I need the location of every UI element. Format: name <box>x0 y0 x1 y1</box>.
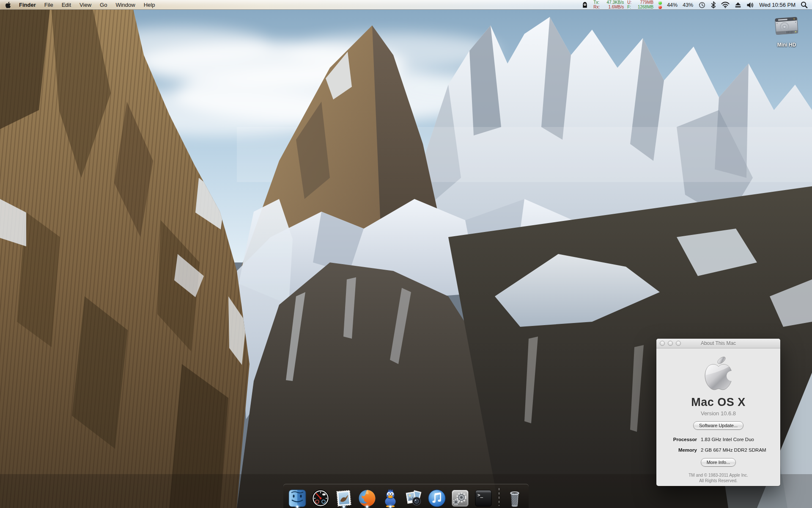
spotlight-icon[interactable] <box>801 1 808 8</box>
system-specs: Processor 1.83 GHz Intel Core Duo Memory… <box>656 437 780 453</box>
eject-icon[interactable] <box>735 1 741 8</box>
green-led-icon <box>658 1 662 5</box>
menu-finder[interactable]: Finder <box>15 2 40 8</box>
more-info-button[interactable]: More Info... <box>701 458 736 467</box>
cpu-percent-right[interactable]: 43% <box>683 2 693 8</box>
menu-help[interactable]: Help <box>140 0 159 10</box>
close-button[interactable] <box>660 341 665 346</box>
red-led-icon <box>658 6 662 9</box>
dock-system-preferences-icon[interactable] <box>450 486 470 508</box>
dock-firefox-icon[interactable] <box>357 486 377 508</box>
dock-dashboard-icon[interactable] <box>311 486 330 508</box>
running-indicator <box>343 505 345 508</box>
rx-value: 1.6MB/s <box>602 5 624 10</box>
status-led-indicators <box>658 1 662 9</box>
about-this-mac-window[interactable]: About This Mac Mac OS X Version 10.6.8 S… <box>656 339 780 486</box>
menu-bar: Finder File Edit View Go Window Help Tx: <box>0 0 812 10</box>
memory-row: Memory 2 GB 667 MHz DDR2 SDRAM <box>656 447 780 453</box>
tx-label: Tx: <box>593 0 602 5</box>
menu-go[interactable]: Go <box>96 0 111 10</box>
dock-trash-icon[interactable] <box>505 486 524 508</box>
bluetooth-icon[interactable] <box>711 1 716 8</box>
dock-terminal-icon[interactable]: >_ <box>474 486 493 508</box>
about-window-content: Mac OS X Version 10.6.8 Software Update.… <box>656 348 780 486</box>
copyright-text: TM and © 1983-2011 Apple Inc. All Rights… <box>689 472 748 483</box>
wifi-icon[interactable] <box>721 1 730 8</box>
mem-used-label: U: <box>627 0 634 5</box>
dock-finder-icon[interactable] <box>288 486 307 508</box>
tx-value: 47.3KB/s <box>602 0 624 5</box>
reaper-menu-icon[interactable] <box>582 1 588 8</box>
window-title-bar[interactable]: About This Mac <box>656 339 780 348</box>
running-indicator <box>366 505 368 508</box>
menu-bar-clock[interactable]: Wed 10:56 PM <box>759 2 796 8</box>
terminal-prompt-glyph: >_ <box>477 492 483 498</box>
os-version: Version 10.6.8 <box>701 410 736 417</box>
menu-bar-status: Tx: 47.3KB/s U: 779MB Rx: 1.6MB/s F: 126… <box>582 0 812 9</box>
apple-menu-icon[interactable] <box>5 2 11 8</box>
time-machine-icon[interactable] <box>698 1 706 8</box>
menu-window[interactable]: Window <box>111 0 139 10</box>
dock-mail-icon[interactable] <box>334 486 354 508</box>
dock-adium-icon[interactable] <box>381 486 400 508</box>
running-indicator <box>389 505 392 508</box>
cpu-percent-left[interactable]: 44% <box>667 2 678 8</box>
traffic-lights <box>660 341 681 346</box>
os-name: Mac OS X <box>691 396 746 409</box>
memory-label: Memory <box>656 447 697 453</box>
mem-free-value: 1268MB <box>634 5 653 10</box>
network-memory-meter[interactable]: Tx: 47.3KB/s U: 779MB Rx: 1.6MB/s F: 126… <box>593 0 653 9</box>
desktop-disk-icon[interactable]: Mini HD <box>766 14 807 48</box>
rx-label: Rx: <box>593 5 602 10</box>
menu-edit[interactable]: Edit <box>58 0 75 10</box>
apple-logo <box>701 354 736 393</box>
mem-used-value: 779MB <box>634 0 653 5</box>
processor-value: 1.83 GHz Intel Core Duo <box>701 437 754 442</box>
menu-view[interactable]: View <box>75 0 96 10</box>
software-update-button[interactable]: Software Update... <box>693 421 743 430</box>
mem-free-label: F: <box>627 5 634 10</box>
minimize-button[interactable] <box>668 341 673 346</box>
processor-row: Processor 1.83 GHz Intel Core Duo <box>656 437 780 442</box>
memory-value: 2 GB 667 MHz DDR2 SDRAM <box>701 447 766 453</box>
desktop: Finder File Edit View Go Window Help Tx: <box>0 0 812 508</box>
dock-iphoto-icon[interactable] <box>404 486 423 508</box>
processor-label: Processor <box>656 437 697 442</box>
hard-drive-icon <box>773 14 801 41</box>
running-indicator <box>296 505 299 508</box>
menu-file[interactable]: File <box>40 0 58 10</box>
volume-icon[interactable] <box>746 1 754 8</box>
menu-bar-left: Finder File Edit View Go Window Help <box>0 0 159 10</box>
dock: >_ <box>283 484 529 508</box>
copyright-line2: All Rights Reserved. <box>689 478 748 483</box>
dock-separator <box>497 487 501 507</box>
dock-itunes-icon[interactable] <box>427 486 447 508</box>
disk-label: Mini HD <box>777 42 796 48</box>
zoom-button[interactable] <box>676 341 681 346</box>
copyright-line1: TM and © 1983-2011 Apple Inc. <box>689 472 748 478</box>
